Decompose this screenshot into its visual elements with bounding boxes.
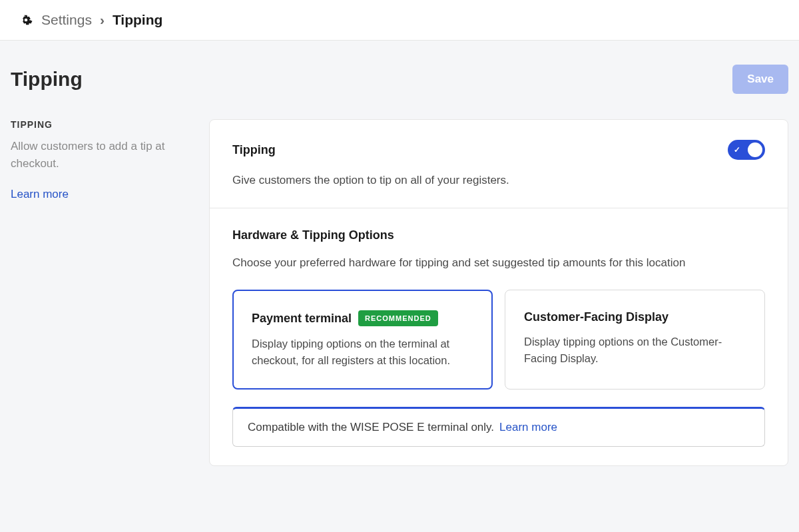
hardware-options: Payment terminal Recommended Display tip… bbox=[232, 290, 765, 390]
topbar: Settings › Tipping bbox=[0, 0, 799, 41]
page-title: Tipping bbox=[11, 68, 83, 91]
gear-icon[interactable] bbox=[19, 13, 33, 27]
info-text: Compatible with the WISE POSE E terminal… bbox=[248, 421, 494, 434]
breadcrumb-current: Tipping bbox=[113, 12, 162, 28]
info-learn-more-link[interactable]: Learn more bbox=[499, 421, 557, 434]
tipping-section-description: Give customers the option to tip on all … bbox=[232, 172, 765, 189]
toggle-knob bbox=[748, 142, 762, 157]
breadcrumb: Settings › Tipping bbox=[41, 12, 162, 28]
breadcrumb-root[interactable]: Settings bbox=[41, 12, 92, 28]
option-customer-display[interactable]: Customer-Facing Display Display tipping … bbox=[505, 290, 765, 390]
option-description: Display tipping options on the terminal … bbox=[252, 336, 473, 369]
option-title: Customer-Facing Display bbox=[524, 310, 668, 324]
hardware-section-description: Choose your preferred hardware for tippi… bbox=[232, 254, 765, 272]
save-button[interactable]: Save bbox=[732, 65, 788, 94]
sidebar-learn-more-link[interactable]: Learn more bbox=[11, 188, 69, 200]
svg-point-0 bbox=[25, 19, 28, 22]
hardware-section: Hardware & Tipping Options Choose your p… bbox=[210, 208, 788, 465]
recommended-badge: Recommended bbox=[358, 310, 438, 326]
tipping-toggle[interactable]: ✓ bbox=[728, 140, 765, 160]
page-header: Tipping Save bbox=[0, 41, 799, 119]
chevron-right-icon: › bbox=[100, 12, 105, 28]
sidebar-heading: Tipping bbox=[11, 119, 189, 130]
option-payment-terminal[interactable]: Payment terminal Recommended Display tip… bbox=[232, 290, 493, 390]
check-icon: ✓ bbox=[734, 145, 740, 154]
content: Tipping Allow customers to add a tip at … bbox=[0, 119, 799, 466]
hardware-section-title: Hardware & Tipping Options bbox=[232, 228, 765, 242]
option-description: Display tipping options on the Customer-… bbox=[524, 334, 746, 367]
settings-panel: Tipping ✓ Give customers the option to t… bbox=[209, 119, 788, 466]
option-title: Payment terminal bbox=[252, 312, 352, 326]
tipping-toggle-section: Tipping ✓ Give customers the option to t… bbox=[210, 120, 788, 208]
sidebar: Tipping Allow customers to add a tip at … bbox=[11, 119, 189, 466]
sidebar-description: Allow customers to add a tip at checkout… bbox=[11, 138, 189, 173]
tipping-section-title: Tipping bbox=[232, 143, 276, 157]
compatibility-info-banner: Compatible with the WISE POSE E terminal… bbox=[232, 407, 765, 447]
